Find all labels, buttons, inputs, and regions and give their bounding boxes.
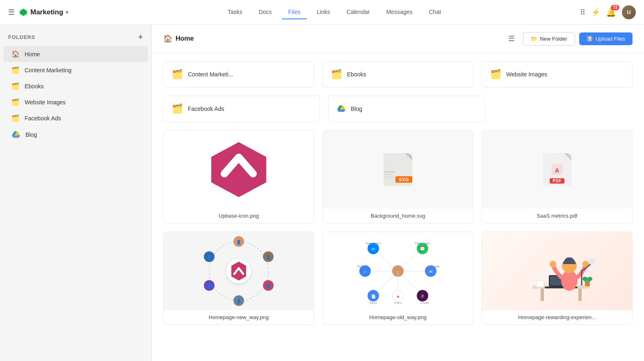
folder-icon: 🗂️ — [11, 82, 20, 90]
folder-icon: 🗂️ — [172, 69, 183, 80]
hp-reward-preview — [482, 232, 632, 310]
svg-point-68 — [587, 277, 592, 281]
svg-point-67 — [582, 277, 587, 281]
file-name: Homepage-old_way.png — [323, 310, 473, 324]
folders-row-2: 🗂️ Facebook Ads Blog — [163, 96, 633, 122]
svg-text:Chats: Chats — [420, 301, 429, 305]
svg-text:Docs: Docs — [370, 301, 377, 305]
file-name: Homepage-rewarding-experien... — [482, 310, 632, 324]
sidebar-item-label: Website Images — [25, 99, 66, 106]
sidebar-item-home[interactable]: 🏠 Home — [3, 46, 148, 62]
svg-text:Files: Files — [395, 301, 402, 305]
hp-old-way-svg: 💬 ✉ # 📄 — [353, 236, 443, 306]
hamburger-icon[interactable]: ☰ — [8, 8, 15, 17]
svg-file-corner — [405, 153, 412, 161]
svg-rect-53 — [541, 289, 544, 301]
svg-rect-4 — [384, 174, 392, 175]
upload-files-button[interactable]: ⬆️ Upload Files — [579, 32, 633, 45]
grid-icon[interactable]: ⠿ — [580, 8, 585, 17]
list-view-button[interactable]: ☰ — [504, 31, 519, 46]
tab-calendar[interactable]: Calendar — [340, 5, 377, 19]
tab-files[interactable]: Files — [282, 5, 307, 19]
folder-icon: 🗂️ — [11, 114, 20, 122]
home-breadcrumb-icon: 🏠 — [163, 34, 172, 43]
svg-text:👤: 👤 — [207, 283, 212, 289]
svg-text:👤: 👤 — [236, 239, 242, 245]
svg-point-58 — [561, 270, 578, 291]
brand-chevron: ▾ — [66, 9, 68, 15]
pdf-badge: PDF — [550, 178, 564, 184]
brand-diamond-icon — [19, 8, 28, 17]
add-folder-button[interactable]: + — [138, 33, 143, 41]
empty-space — [493, 96, 633, 122]
svg-text:✉: ✉ — [429, 269, 432, 274]
folder-icon: 🗂️ — [331, 69, 342, 80]
sidebar-item-facebook-ads[interactable]: 🗂️ Facebook Ads — [3, 110, 148, 126]
file-name: Homepage-new_way.png — [164, 310, 314, 324]
file-preview: 💬 ✉ # 📄 — [323, 232, 473, 310]
google-drive-icon — [337, 104, 346, 113]
file-preview — [482, 232, 632, 310]
sidebar-item-label: Blog — [25, 131, 37, 138]
upload-icon: ⬆️ — [587, 36, 593, 42]
main-content: 🏠 Home ☰ 📁 New Folder ⬆️ Upload Files — [152, 25, 644, 361]
sidebar-item-label: Content Marketing — [25, 67, 71, 74]
sidebar-item-blog[interactable]: Blog — [3, 126, 148, 143]
sidebar-item-website-images[interactable]: 🗂️ Website Images — [3, 94, 148, 110]
folder-card-facebook-ads[interactable]: 🗂️ Facebook Ads — [163, 96, 320, 122]
svg-text:Tasks: Tasks — [357, 264, 365, 268]
svg-badge: SVG — [395, 176, 412, 183]
svg-file-icon: SVG — [384, 153, 412, 186]
tab-chat[interactable]: Chat — [422, 5, 448, 19]
folder-icon: 🗂️ — [172, 103, 183, 114]
avatar[interactable]: U — [622, 5, 636, 19]
folder-card-content-marketing[interactable]: 🗂️ Content Marketi... — [163, 61, 314, 87]
svg-rect-5 — [384, 177, 393, 178]
folders-label: Folders — [8, 34, 35, 40]
file-card-saas-metrics[interactable]: A PDF SaaS metrics.pdf — [482, 130, 633, 223]
new-folder-button[interactable]: 📁 New Folder — [523, 32, 575, 46]
svg-text:A: A — [555, 167, 560, 174]
svg-file-body: SVG — [384, 153, 412, 186]
file-card-background-home[interactable]: SVG Background_home.svg — [322, 130, 473, 223]
folder-name: Blog — [351, 106, 362, 112]
bolt-icon[interactable]: ⚡ — [591, 8, 600, 17]
svg-text:📄: 📄 — [371, 294, 376, 299]
sidebar-item-ebooks[interactable]: 🗂️ Ebooks — [3, 78, 148, 94]
folder-name: Website Images — [506, 71, 547, 78]
brand-logo[interactable]: Marketing ▾ — [19, 8, 68, 17]
nav-left: ☰ Marketing ▾ — [8, 8, 107, 17]
folder-icon: 🗂️ — [11, 98, 20, 106]
folder-card-blog[interactable]: Blog — [328, 96, 485, 122]
file-name: Background_home.svg — [323, 209, 473, 223]
svg-text:#: # — [421, 294, 424, 299]
hp-new-way-svg: 👤 👤 👤 👤 👤 👤 — [194, 236, 284, 306]
file-card-upbase-icon[interactable]: Upbase-icon.png — [163, 130, 314, 223]
folder-card-website-images[interactable]: 🗂️ Website Images — [482, 61, 633, 87]
tab-docs[interactable]: Docs — [252, 5, 279, 19]
tab-messages[interactable]: Messages — [380, 5, 419, 19]
upbase-png-preview — [164, 131, 314, 209]
tab-links[interactable]: Links — [310, 5, 337, 19]
file-preview: A PDF — [482, 131, 632, 209]
breadcrumb-title: Home — [176, 35, 194, 42]
svg-content-preview — [384, 169, 395, 181]
svg-rect-54 — [578, 289, 582, 301]
svg-text:m: m — [372, 247, 375, 251]
file-card-homepage-new-way[interactable]: 👤 👤 👤 👤 👤 👤 Homepage-new_way.png — [163, 232, 314, 325]
folder-card-ebooks[interactable]: 🗂️ Ebooks — [322, 61, 473, 87]
file-preview — [164, 131, 314, 209]
file-preview: 👤 👤 👤 👤 👤 👤 — [164, 232, 314, 310]
file-card-homepage-rewarding[interactable]: Homepage-rewarding-experien... — [482, 232, 633, 325]
sidebar-item-content-marketing[interactable]: 🗂️ Content Marketing — [3, 62, 148, 78]
tab-tasks[interactable]: Tasks — [221, 5, 249, 19]
svg-point-60 — [550, 261, 556, 267]
file-card-homepage-old-way[interactable]: 💬 ✉ # 📄 — [322, 232, 473, 325]
pdf-file-body: A PDF — [543, 153, 571, 186]
google-drive-icon — [11, 130, 21, 139]
sidebar: Folders + 🏠 Home 🗂️ Content Marketing 🗂️… — [0, 25, 152, 361]
file-name: Upbase-icon.png — [164, 209, 314, 223]
svg-text:Messages: Messages — [366, 241, 381, 245]
sidebar-item-label: Ebooks — [25, 83, 44, 90]
notifications-button[interactable]: 🔔 73 — [606, 7, 616, 17]
